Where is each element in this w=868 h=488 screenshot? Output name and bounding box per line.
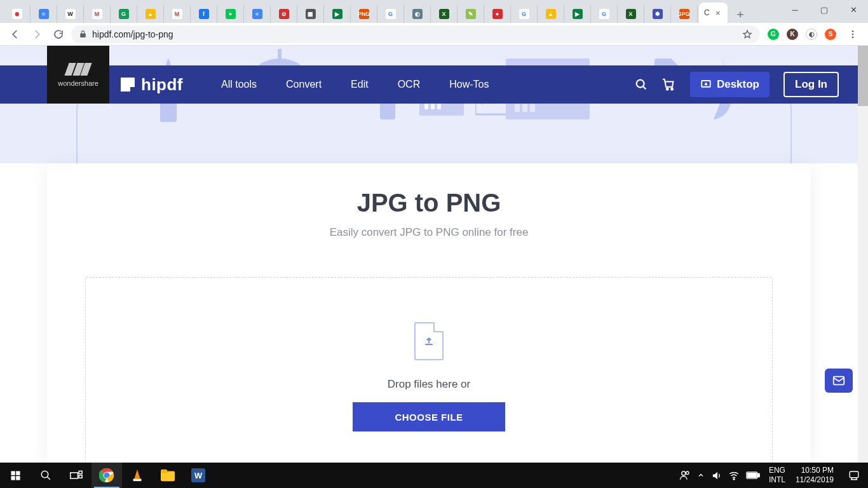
favicon-icon: ✎ [466, 9, 476, 19]
choose-file-button[interactable]: CHOOSE FILE [353, 402, 505, 431]
svg-point-33 [41, 471, 48, 478]
file-dropzone[interactable]: Drop files here or CHOOSE FILE [85, 277, 773, 463]
battery-icon[interactable] [746, 471, 760, 479]
browser-tab[interactable]: X [431, 5, 458, 23]
taskbar-app-chrome[interactable] [92, 463, 122, 488]
browser-tab[interactable]: PNG [351, 5, 377, 23]
chrome-menu-button[interactable] [844, 25, 862, 43]
page-scrollbar[interactable] [858, 46, 868, 463]
window-maximize-button[interactable]: ▢ [810, 0, 839, 19]
volume-icon[interactable] [711, 470, 722, 481]
browser-tab[interactable]: ≡ [244, 5, 271, 23]
svg-rect-8 [278, 49, 281, 60]
browser-tab[interactable]: ▶ [324, 5, 351, 23]
desktop-button[interactable]: Desktop [690, 72, 770, 97]
brand-text: hipdf [141, 75, 183, 95]
browser-tab[interactable]: M [84, 5, 111, 23]
browser-tab[interactable]: ● [484, 5, 511, 23]
browser-tab[interactable]: ▦ [297, 5, 324, 23]
lock-icon [79, 30, 87, 38]
svg-point-0 [852, 30, 854, 32]
page-viewport: wondershare hipdf All tools Convert Edit… [0, 46, 868, 463]
browser-tab[interactable]: JPG [671, 5, 698, 23]
svg-rect-31 [11, 476, 15, 480]
start-button[interactable] [0, 463, 31, 488]
browser-tab[interactable]: X [618, 5, 644, 23]
browser-tab[interactable]: ◐ [404, 5, 431, 23]
brand[interactable]: hipdf [121, 75, 183, 95]
browser-tab[interactable]: ▲ [538, 5, 564, 23]
nav-ocr[interactable]: OCR [398, 79, 421, 90]
browser-tab[interactable]: ● [217, 5, 244, 23]
browser-tab[interactable]: f [191, 5, 217, 23]
browser-tab[interactable]: ✎ [458, 5, 484, 23]
cart-icon[interactable] [662, 78, 676, 92]
favicon-icon: ▶ [332, 9, 342, 19]
feedback-button[interactable] [825, 369, 853, 393]
taskbar-app-word[interactable]: W [183, 463, 214, 488]
star-icon[interactable] [742, 29, 752, 39]
taskbar-search-button[interactable] [31, 463, 61, 488]
svg-rect-39 [133, 479, 142, 482]
favicon-icon: M [172, 9, 182, 19]
browser-tab[interactable]: ▶ [564, 5, 591, 23]
taskbar-app-explorer[interactable] [153, 463, 183, 488]
system-tray[interactable] [674, 470, 765, 481]
extension-icon[interactable]: ◐ [806, 29, 817, 40]
forward-button[interactable] [28, 25, 46, 43]
back-button[interactable] [6, 25, 24, 43]
wifi-icon[interactable] [728, 470, 740, 481]
task-view-button[interactable] [61, 463, 92, 488]
main-card: JPG to PNG Easily convert JPG to PNG onl… [47, 163, 811, 463]
favicon-icon: ✽ [653, 9, 663, 19]
nav-howtos[interactable]: How-Tos [449, 79, 489, 90]
svg-point-5 [671, 88, 673, 90]
login-button[interactable]: Log In [783, 72, 839, 97]
browser-tab[interactable]: W [57, 5, 84, 23]
search-icon[interactable] [634, 78, 648, 92]
browser-tab[interactable]: ⊘ [271, 5, 297, 23]
favicon-icon: G [119, 9, 129, 19]
reload-button[interactable] [50, 25, 67, 43]
browser-tab-active[interactable]: C × [699, 3, 728, 23]
nav-convert[interactable]: Convert [286, 79, 322, 90]
extension-icon[interactable]: K [787, 29, 798, 40]
browser-tab[interactable]: G [111, 5, 137, 23]
people-icon[interactable] [679, 470, 691, 481]
favicon-icon: ▲ [146, 9, 156, 19]
action-center-button[interactable] [840, 463, 868, 488]
nav-all-tools[interactable]: All tools [221, 79, 257, 90]
clock-date: 11/24/2019 [796, 475, 834, 485]
svg-rect-30 [16, 471, 20, 475]
browser-tab[interactable]: ⏺ [4, 5, 31, 23]
address-bar[interactable]: hipdf.com/jpg-to-png [71, 25, 760, 43]
browser-tab[interactable]: M [164, 5, 191, 23]
svg-rect-34 [71, 473, 78, 478]
new-tab-button[interactable]: ＋ [731, 5, 749, 23]
main-nav: All tools Convert Edit OCR How-Tos [221, 79, 489, 90]
close-tab-icon[interactable]: × [714, 8, 722, 17]
language-indicator[interactable]: ENG INTL [765, 466, 789, 485]
wondershare-logo-icon [67, 63, 90, 76]
browser-tab[interactable]: ✽ [644, 5, 671, 23]
taskbar-clock[interactable]: 10:50 PM 11/24/2019 [789, 466, 840, 485]
browser-tab[interactable]: ≡ [31, 5, 57, 23]
window-close-button[interactable]: ✕ [839, 0, 868, 19]
browser-tab[interactable]: ▲ [137, 5, 164, 23]
wondershare-badge[interactable]: wondershare [47, 46, 109, 104]
taskbar-app-vlc[interactable] [122, 463, 153, 488]
favicon-icon: f [199, 9, 209, 19]
extension-icon[interactable]: S [825, 29, 836, 40]
window-minimize-button[interactable]: ─ [780, 0, 810, 19]
tray-chevron-icon[interactable] [697, 471, 705, 479]
browser-tab[interactable]: G [591, 5, 618, 23]
favicon-icon: ▦ [306, 9, 316, 19]
browser-tab[interactable]: G [377, 5, 404, 23]
favicon-icon: G [386, 9, 396, 19]
extension-icon[interactable]: G [768, 29, 779, 40]
favicon-icon: ◐ [412, 9, 423, 19]
browser-tab[interactable]: G [511, 5, 538, 23]
svg-text:W: W [194, 471, 203, 480]
svg-rect-35 [79, 471, 82, 473]
nav-edit[interactable]: Edit [351, 79, 369, 90]
